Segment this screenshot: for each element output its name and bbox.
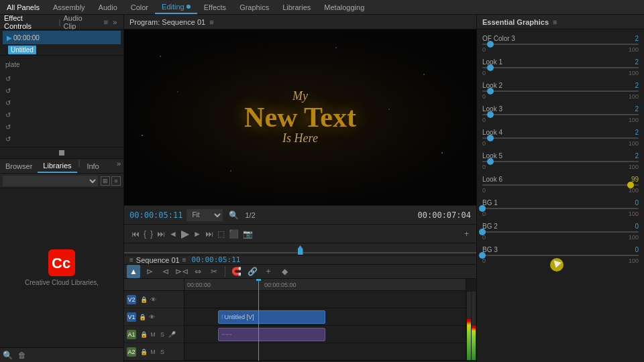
track-v2-eye[interactable]: 👁	[148, 295, 158, 304]
tab-audio-clip[interactable]: Audio Clip	[63, 14, 95, 30]
param-slider-7[interactable]	[482, 208, 639, 209]
track-reset3-icon[interactable]: ↺	[3, 97, 13, 108]
tool-roll[interactable]: ⊳⊲	[175, 265, 189, 278]
tool-rate-stretch[interactable]: ⇔	[191, 265, 205, 278]
param-value-8[interactable]: 0	[635, 223, 639, 230]
tool-link[interactable]: 🔗	[246, 265, 259, 278]
track-reset-icon[interactable]: ↺	[3, 73, 13, 84]
tool-razor[interactable]: ✂	[207, 265, 221, 278]
slider-handle-5[interactable]	[487, 158, 494, 165]
pm-next-frame-icon[interactable]: ►	[193, 229, 201, 239]
param-slider-0[interactable]	[482, 44, 639, 45]
pm-next-edit-icon[interactable]: ⏭	[205, 229, 213, 239]
nav-assembly[interactable]: Assembly	[46, 0, 92, 14]
track-reset2-icon[interactable]: ↺	[3, 85, 13, 96]
seq-playhead[interactable]	[258, 279, 259, 361]
track-v1-lock[interactable]: 🔒	[138, 312, 147, 322]
slider-handle-6[interactable]	[627, 182, 634, 188]
track-a1-mic[interactable]: 🎤	[167, 330, 176, 339]
track-reset5-icon[interactable]: ↺	[3, 121, 13, 132]
param-value-3[interactable]: 2	[635, 105, 639, 113]
pm-fit-dropdown[interactable]: Fit 25% 50% 100%	[186, 209, 223, 221]
param-slider-5[interactable]	[482, 161, 639, 162]
slider-handle-1[interactable]	[487, 64, 494, 71]
library-search-icon[interactable]: 🔍	[3, 351, 13, 360]
seq-options-icon[interactable]: ≡	[182, 256, 186, 263]
track-a1-lock[interactable]: 🔒	[139, 330, 148, 339]
nav-editing[interactable]: Editing	[155, 0, 197, 14]
nav-metalogging[interactable]: Metalogging	[317, 0, 371, 14]
track-v1-name[interactable]: V1	[127, 312, 136, 322]
track-a2-mute[interactable]: M	[148, 347, 158, 357]
library-dropdown[interactable]	[3, 176, 98, 186]
param-value-4[interactable]: 2	[635, 129, 639, 136]
slider-handle-7[interactable]	[479, 205, 486, 212]
tab-browser[interactable]: Browser	[0, 159, 38, 173]
pm-zoom-icon[interactable]: 🔍	[229, 210, 239, 220]
nav-color[interactable]: Color	[124, 0, 155, 14]
pm-timeline-ruler[interactable]	[124, 243, 476, 255]
library-delete-icon[interactable]: 🗑	[18, 351, 26, 360]
pm-trim-in-icon[interactable]: }	[150, 229, 153, 239]
pm-play-icon[interactable]: ▶	[181, 227, 189, 240]
track-v2-name[interactable]: V2	[127, 295, 136, 304]
param-slider-6[interactable]	[482, 184, 639, 186]
seq-clip-audio[interactable]: ~~~	[218, 328, 325, 341]
param-value-2[interactable]: 2	[635, 82, 639, 89]
slider-handle-2[interactable]	[487, 88, 494, 95]
tab-effect-controls[interactable]: Effect Controls	[4, 14, 51, 30]
pm-overwrite-icon[interactable]: ⬛	[229, 229, 239, 239]
tool-track-select[interactable]: ⊳	[143, 265, 156, 278]
param-slider-4[interactable]	[482, 137, 639, 139]
track-a2-solo[interactable]: S	[158, 347, 167, 357]
param-slider-9[interactable]	[482, 255, 639, 256]
param-value-0[interactable]: 2	[635, 35, 639, 42]
param-slider-3[interactable]	[482, 114, 639, 115]
slider-handle-3[interactable]	[487, 111, 494, 118]
pm-playhead[interactable]	[298, 245, 303, 255]
pm-insert-icon[interactable]: ⬚	[217, 229, 225, 239]
pm-prev-edit-icon[interactable]: ⏭	[157, 229, 165, 239]
list-view-icon[interactable]: ≡	[111, 176, 121, 186]
param-value-7[interactable]: 0	[635, 199, 639, 206]
tab-info[interactable]: Info	[81, 159, 104, 173]
bl-expand-icon[interactable]: »	[114, 159, 123, 168]
tool-snap[interactable]: 🧲	[229, 265, 243, 278]
rp-menu-icon[interactable]: ≡	[553, 18, 557, 26]
param-slider-1[interactable]	[482, 67, 639, 68]
tool-markers[interactable]: ◆	[278, 265, 291, 278]
track-v1-eye[interactable]: 👁	[147, 312, 156, 322]
param-value-9[interactable]: 0	[635, 246, 639, 253]
track-a2-lock[interactable]: 🔒	[139, 347, 148, 357]
slider-handle-9[interactable]	[479, 252, 486, 259]
sequence-entry[interactable]: ▶ 00:00:00	[3, 31, 121, 44]
pm-camera-icon[interactable]: 📷	[243, 229, 253, 239]
pm-timecode-in[interactable]: 00:00:05:11	[129, 210, 182, 220]
panel-expand-icon[interactable]: »	[110, 17, 119, 27]
nav-audio[interactable]: Audio	[92, 0, 124, 14]
nav-all-panels[interactable]: All Panels	[0, 0, 46, 14]
tool-add-edit[interactable]: +	[262, 265, 275, 278]
track-a2-name[interactable]: A2	[127, 347, 136, 357]
param-value-1[interactable]: 2	[635, 58, 639, 66]
slider-handle-0[interactable]	[487, 41, 494, 48]
track-reset6-icon[interactable]: ↺	[3, 133, 13, 144]
param-slider-8[interactable]	[482, 231, 639, 233]
pm-add-icon[interactable]: +	[464, 229, 469, 239]
nav-libraries[interactable]: Libraries	[276, 0, 317, 14]
panel-menu-icon[interactable]: ≡	[101, 17, 111, 27]
slider-handle-8[interactable]	[479, 229, 486, 235]
pm-trim-out-icon[interactable]: {	[144, 229, 146, 239]
grid-view-icon[interactable]: ⊞	[101, 176, 110, 186]
tab-libraries[interactable]: Libraries	[38, 159, 76, 173]
nav-effects[interactable]: Effects	[197, 0, 233, 14]
pm-step-back-icon[interactable]: ⏮	[131, 229, 140, 239]
tool-select[interactable]: ▲	[127, 265, 140, 278]
track-a1-solo[interactable]: S	[158, 330, 167, 339]
track-a1-name[interactable]: A1	[127, 330, 136, 339]
pm-prev-frame-icon[interactable]: ◄	[169, 229, 177, 239]
seq-clip-untitled[interactable]: f Untitled [V]	[218, 310, 325, 324]
track-reset4-icon[interactable]: ↺	[3, 109, 13, 120]
track-v2-lock[interactable]: 🔒	[139, 295, 148, 304]
seq-timecode[interactable]: 00:00:05:11	[192, 255, 241, 264]
